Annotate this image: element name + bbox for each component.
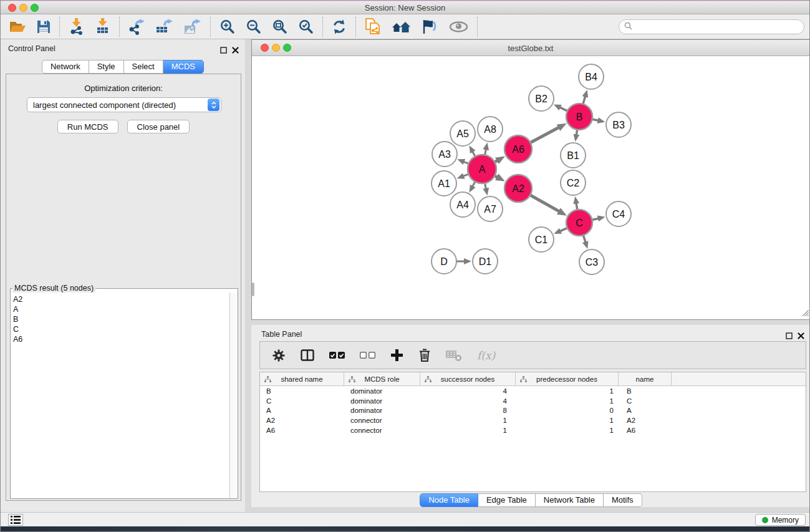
import-group	[60, 17, 120, 37]
tab-network[interactable]: Network	[42, 60, 89, 74]
table-cell[interactable]: connector	[344, 417, 420, 424]
table-row[interactable]: A6connector11A6	[260, 425, 806, 435]
table-cell[interactable]: C	[260, 397, 344, 405]
column-header-filler	[672, 372, 806, 385]
table-row[interactable]: Bdominator41B	[260, 386, 806, 396]
delete-column-icon[interactable]	[418, 348, 431, 362]
table-cell[interactable]: B	[619, 387, 672, 395]
mcds-result-item[interactable]: A2	[13, 294, 229, 304]
save-session-icon[interactable]	[37, 20, 51, 34]
refresh-group	[323, 17, 356, 37]
export-network-icon[interactable]	[128, 19, 145, 35]
close-table-panel-icon[interactable]	[798, 331, 804, 342]
flag-visibility-icon[interactable]	[422, 19, 438, 34]
table-cell[interactable]: 1	[516, 427, 619, 434]
table-panel-tabs: Node Table Edge Table Network Table Moti…	[251, 493, 810, 507]
home-layout-icon[interactable]	[392, 21, 411, 33]
table-row[interactable]: A2connector11A2	[260, 415, 806, 425]
search-input[interactable]	[635, 21, 804, 32]
mcds-result-item[interactable]: C	[13, 324, 229, 334]
graph-node-label: A4	[456, 200, 469, 210]
table-cell[interactable]: 1	[516, 387, 619, 395]
import-table-icon[interactable]	[95, 18, 110, 35]
columns-icon[interactable]	[301, 349, 314, 361]
window-resize-handle[interactable]	[801, 307, 809, 319]
column-header-name[interactable]: name	[619, 372, 672, 385]
table-cell[interactable]: A	[619, 407, 672, 414]
mcds-result-item[interactable]: B	[13, 314, 229, 324]
close-panel-button[interactable]: Close panel	[127, 120, 190, 133]
clone-network-icon[interactable]	[365, 18, 381, 35]
optimization-criterion-dropdown[interactable]: largest connected component (directed)	[27, 97, 221, 112]
run-mcds-button[interactable]: Run MCDS	[57, 120, 118, 133]
export-table-icon[interactable]	[156, 19, 173, 35]
mcds-result-list[interactable]: A2ABCA6	[11, 293, 229, 498]
table-cell[interactable]: 1	[420, 417, 516, 424]
graph-node-label: C2	[567, 178, 580, 188]
table-cell[interactable]: dominator	[344, 387, 420, 395]
tab-motifs[interactable]: Motifs	[604, 493, 642, 507]
zoom-selected-icon[interactable]	[298, 19, 314, 34]
table-cell[interactable]: 1	[420, 427, 516, 434]
network-scrollbar-thumb[interactable]	[252, 283, 254, 296]
window-title: Session: New Session	[1, 3, 809, 12]
tab-network-table[interactable]: Network Table	[536, 493, 604, 507]
deselect-all-checkboxes-icon[interactable]	[360, 352, 375, 359]
table-row[interactable]: Cdominator41C	[260, 396, 806, 406]
float-table-panel-icon[interactable]	[786, 331, 793, 342]
node-table: shared name MCDS role successor nodes pr…	[259, 372, 806, 492]
table-cell[interactable]: connector	[344, 427, 420, 434]
memory-button[interactable]: Memory	[755, 514, 806, 526]
table-cell[interactable]: 4	[420, 397, 516, 405]
dropdown-selected-value: largest connected component (directed)	[27, 100, 208, 110]
close-panel-icon[interactable]	[232, 45, 239, 56]
add-column-icon[interactable]	[390, 349, 403, 362]
tab-node-table[interactable]: Node Table	[420, 493, 478, 507]
eye-icon[interactable]	[449, 21, 468, 32]
import-network-icon[interactable]	[69, 18, 85, 35]
mcds-result-item[interactable]: A	[13, 304, 229, 314]
delete-table-icon[interactable]	[446, 349, 462, 362]
network-canvas[interactable]: AA1A2A3A4A5A6A7A8BB1B2B3B4CC1C2C3C4DD1	[252, 56, 809, 319]
table-cell[interactable]: A2	[619, 417, 672, 424]
export-image-icon[interactable]	[184, 19, 201, 35]
table-cell[interactable]: A	[260, 407, 344, 414]
column-header-successor-nodes[interactable]: successor nodes	[420, 372, 516, 385]
table-cell[interactable]: 0	[516, 407, 619, 414]
tab-select[interactable]: Select	[124, 60, 163, 74]
table-cell[interactable]: dominator	[344, 397, 420, 405]
table-cell[interactable]: A2	[260, 417, 344, 424]
graph-edge[interactable]	[530, 127, 559, 143]
graph-node-label: C4	[612, 209, 625, 220]
mcds-result-item[interactable]: A6	[13, 334, 229, 344]
column-header-predecessor-nodes[interactable]: predecessor nodes	[516, 372, 619, 385]
table-cell[interactable]: 8	[420, 407, 516, 414]
zoom-in-icon[interactable]	[219, 19, 235, 34]
zoom-out-icon[interactable]	[246, 19, 261, 34]
tab-edge-table[interactable]: Edge Table	[478, 493, 536, 507]
mcds-result-scrollbar[interactable]	[229, 293, 238, 498]
control-panel-tabs: Network Style Select MCDS	[1, 60, 245, 74]
table-cell[interactable]: 1	[516, 417, 619, 424]
float-panel-icon[interactable]	[220, 45, 227, 56]
table-row[interactable]: Adominator80A	[260, 405, 806, 415]
open-session-icon[interactable]	[9, 20, 26, 34]
column-header-shared-name[interactable]: shared name	[260, 372, 344, 385]
table-cell[interactable]: A6	[260, 427, 344, 434]
column-header-mcds-role[interactable]: MCDS role	[344, 372, 420, 385]
zoom-fit-icon[interactable]	[272, 19, 287, 34]
table-cell[interactable]: B	[260, 387, 344, 395]
table-cell[interactable]: dominator	[344, 407, 420, 414]
table-cell[interactable]: 1	[516, 397, 619, 405]
graph-edge[interactable]	[529, 195, 559, 211]
task-history-button[interactable]	[8, 514, 23, 526]
table-cell[interactable]: A6	[619, 427, 672, 434]
refresh-view-icon[interactable]	[332, 19, 347, 34]
table-cell[interactable]: 4	[420, 387, 516, 395]
gear-icon[interactable]	[272, 349, 286, 362]
tab-style[interactable]: Style	[89, 60, 124, 74]
function-builder-icon[interactable]: f(x)	[477, 349, 495, 362]
tab-mcds[interactable]: MCDS	[163, 60, 204, 74]
table-cell[interactable]: C	[619, 397, 672, 405]
select-all-checkboxes-icon[interactable]	[329, 352, 345, 359]
